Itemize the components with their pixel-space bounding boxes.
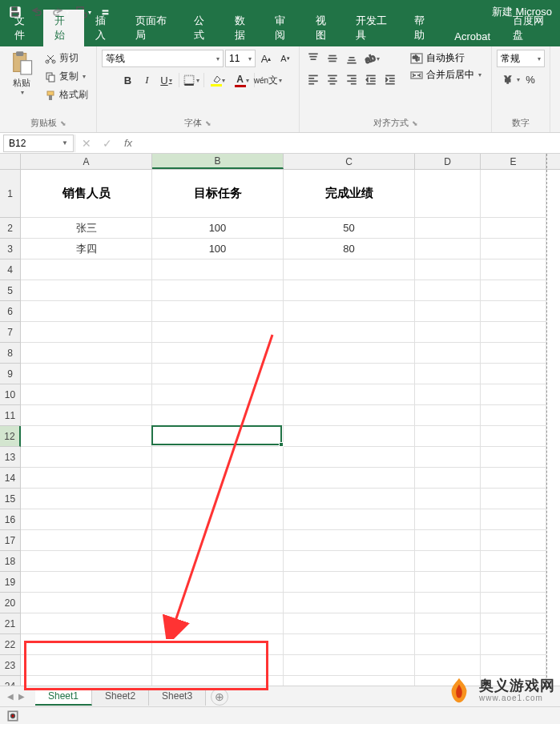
format-painter-button[interactable]: 格式刷 <box>42 86 91 103</box>
cell-D22[interactable] <box>415 634 481 655</box>
font-size-select[interactable]: 11▾ <box>225 50 256 67</box>
fill-color-button[interactable]: ▾ <box>207 70 225 90</box>
cut-button[interactable]: 剪切 <box>42 50 91 66</box>
row-header-12[interactable]: 12 <box>0 426 21 447</box>
cell-D14[interactable] <box>415 468 481 489</box>
cell-C19[interactable] <box>284 572 415 593</box>
cell-B6[interactable] <box>152 301 284 322</box>
cell-C16[interactable] <box>284 509 415 530</box>
row-header-9[interactable]: 9 <box>0 364 21 384</box>
cell-B18[interactable] <box>152 551 284 572</box>
sheet-tab-sheet2[interactable]: Sheet2 <box>92 688 149 706</box>
row-header-4[interactable]: 4 <box>0 259 21 280</box>
sheet-tab-sheet3[interactable]: Sheet3 <box>149 688 206 706</box>
number-format-select[interactable]: 常规▾ <box>497 50 545 67</box>
tab-baidu[interactable]: 百度网盘 <box>502 10 560 46</box>
cell-A24[interactable] <box>21 676 152 686</box>
row-header-18[interactable]: 18 <box>0 551 21 572</box>
cell-A23[interactable] <box>21 655 152 676</box>
cell-A5[interactable] <box>21 280 152 301</box>
wrap-text-button[interactable]: ab 自动换行 <box>405 50 486 66</box>
font-name-select[interactable]: 等线▾ <box>102 50 224 67</box>
dialog-launcher-icon[interactable]: ⬊ <box>60 119 66 127</box>
cell-E1[interactable] <box>481 170 546 218</box>
cell-C24[interactable] <box>284 676 415 686</box>
column-header-A[interactable]: A <box>21 154 152 169</box>
cell-B21[interactable] <box>152 613 284 634</box>
cell-E18[interactable] <box>481 551 546 572</box>
cell-C4[interactable] <box>284 259 415 280</box>
cell-A16[interactable] <box>21 509 152 530</box>
cell-E11[interactable] <box>481 405 546 426</box>
cell-B19[interactable] <box>152 572 284 593</box>
row-header-13[interactable]: 13 <box>0 447 21 468</box>
cell-A3[interactable]: 李四 <box>21 239 152 259</box>
cell-A14[interactable] <box>21 468 152 489</box>
cell-D5[interactable] <box>415 280 481 301</box>
cell-A19[interactable] <box>21 572 152 593</box>
cell-C22[interactable] <box>284 634 415 655</box>
cell-C15[interactable] <box>284 489 415 509</box>
cell-B16[interactable] <box>152 509 284 530</box>
cell-E5[interactable] <box>481 280 546 301</box>
cell-A20[interactable] <box>21 593 152 613</box>
cell-E17[interactable] <box>481 530 546 551</box>
font-color-button[interactable]: A▾ <box>232 70 249 90</box>
cell-B3[interactable]: 100 <box>152 239 284 259</box>
cells-area[interactable]: 销售人员目标任务完成业绩张三10050李四10080 <box>21 170 560 686</box>
row-header-15[interactable]: 15 <box>0 489 21 509</box>
cell-A4[interactable] <box>21 259 152 280</box>
decrease-indent-button[interactable] <box>362 70 380 88</box>
row-header-3[interactable]: 3 <box>0 239 21 259</box>
cell-B2[interactable]: 100 <box>152 218 284 239</box>
tab-acrobat[interactable]: Acrobat <box>443 26 502 46</box>
phonetic-button[interactable]: wén文▾ <box>260 71 277 89</box>
cell-E3[interactable] <box>481 239 546 259</box>
row-header-14[interactable]: 14 <box>0 468 21 489</box>
merge-center-button[interactable]: 合并后居中▾ <box>405 66 486 83</box>
cell-B9[interactable] <box>152 364 284 384</box>
cell-C21[interactable] <box>284 613 415 634</box>
cell-E20[interactable] <box>481 593 546 613</box>
row-header-8[interactable]: 8 <box>0 343 21 364</box>
cell-C18[interactable] <box>284 551 415 572</box>
cell-E2[interactable] <box>481 218 546 239</box>
cell-D20[interactable] <box>415 593 481 613</box>
fx-button[interactable]: fx <box>118 135 139 152</box>
enter-icon[interactable]: ✓ <box>97 135 118 152</box>
cell-A13[interactable] <box>21 447 152 468</box>
cell-D15[interactable] <box>415 489 481 509</box>
row-header-5[interactable]: 5 <box>0 280 21 301</box>
cell-D7[interactable] <box>415 322 481 343</box>
cell-A22[interactable] <box>21 634 152 655</box>
cell-A21[interactable] <box>21 613 152 634</box>
cell-C23[interactable] <box>284 655 415 676</box>
cell-A17[interactable] <box>21 530 152 551</box>
paste-button[interactable]: 粘贴 ▾ <box>5 50 38 103</box>
bold-button[interactable]: B <box>119 71 137 89</box>
cell-E13[interactable] <box>481 447 546 468</box>
cell-C12[interactable] <box>284 426 415 447</box>
cell-A8[interactable] <box>21 343 152 364</box>
cell-B24[interactable] <box>152 676 284 686</box>
cell-C3[interactable]: 80 <box>284 239 415 259</box>
column-header-E[interactable]: E <box>481 154 546 169</box>
cell-E15[interactable] <box>481 489 546 509</box>
cell-B14[interactable] <box>152 468 284 489</box>
select-all-corner[interactable] <box>0 154 21 170</box>
cell-E22[interactable] <box>481 634 546 655</box>
italic-button[interactable]: I <box>139 71 156 89</box>
cell-D3[interactable] <box>415 239 481 259</box>
align-bottom-button[interactable] <box>343 50 361 67</box>
dialog-launcher-icon[interactable]: ⬊ <box>412 119 418 127</box>
new-sheet-button[interactable]: ⊕ <box>211 688 228 706</box>
tab-layout[interactable]: 页面布局 <box>124 10 183 46</box>
sheet-tab-sheet1[interactable]: Sheet1 <box>35 688 92 706</box>
decrease-font-button[interactable]: A▾ <box>276 50 294 67</box>
tab-file[interactable]: 文件 <box>3 10 43 46</box>
cell-C14[interactable] <box>284 468 415 489</box>
cell-D13[interactable] <box>415 447 481 468</box>
orientation-button[interactable]: ab▾ <box>362 50 380 67</box>
cell-A15[interactable] <box>21 489 152 509</box>
column-header-B[interactable]: B <box>152 154 284 169</box>
